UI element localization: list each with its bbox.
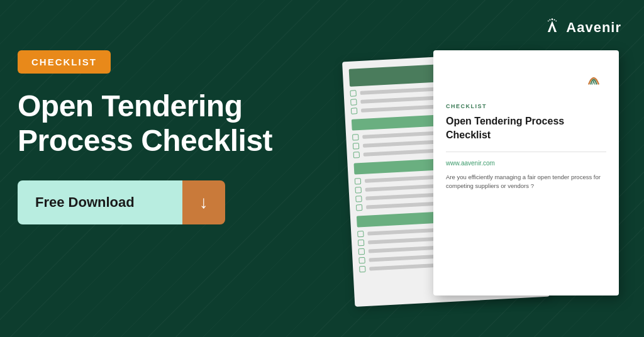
download-label: Free Download <box>18 180 182 224</box>
logo: Aavenir <box>542 18 621 38</box>
svg-point-0 <box>552 18 553 20</box>
checklist-badge: CHECKLIST <box>18 50 111 74</box>
svg-point-3 <box>556 20 557 21</box>
svg-point-2 <box>550 19 551 20</box>
svg-point-1 <box>554 19 555 20</box>
free-download-button[interactable]: Free Download ↓ <box>18 180 225 224</box>
svg-point-4 <box>548 20 549 21</box>
doc-description: Are you efficiently managing a fair open… <box>446 173 606 191</box>
logo-text: Aavenir <box>566 19 621 36</box>
download-icon-box: ↓ <box>182 180 225 224</box>
doc-badge: CHECKLIST <box>446 103 606 109</box>
main-title: Open Tendering Process Checklist <box>18 89 282 158</box>
doc-title: Open Tendering Process Checklist <box>446 114 606 141</box>
left-content: CHECKLIST Open Tendering Process Checkli… <box>18 50 282 224</box>
download-arrow-icon: ↓ <box>199 192 208 213</box>
document-front: CHECKLIST Open Tendering Process Checkli… <box>433 50 619 296</box>
doc-url: www.aavenir.com <box>446 160 606 167</box>
logo-icon <box>542 18 562 38</box>
background: Aavenir CHECKLIST Open Tendering Process… <box>0 0 644 337</box>
documents-area: CHECKLIST Open Tendering Process Checkli… <box>336 38 625 314</box>
doc-logo-icon <box>581 65 606 91</box>
